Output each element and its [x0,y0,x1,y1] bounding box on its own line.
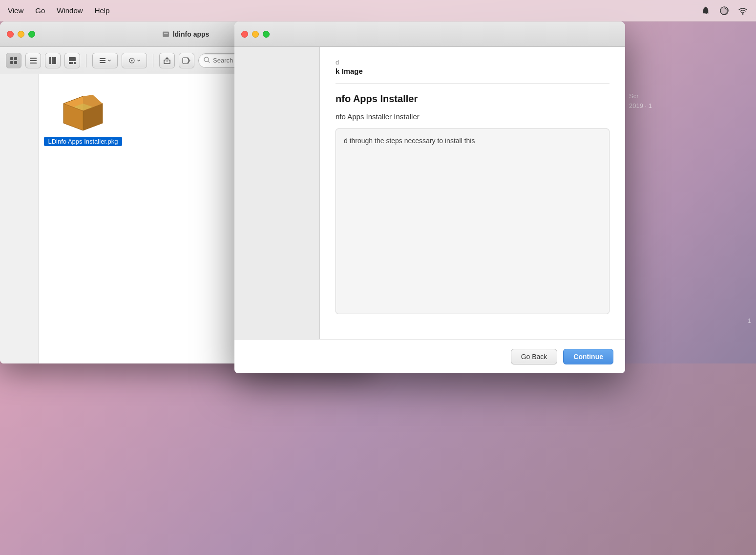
menu-help[interactable]: Help [95,6,110,15]
svg-rect-7 [14,61,17,64]
continue-button[interactable]: Continue [563,349,613,364]
svg-rect-16 [71,62,73,64]
minimize-button[interactable] [18,31,24,38]
installer-menu-item-1[interactable]: k Image [336,67,609,75]
menu-bar-left: View Go Window Help [8,6,700,15]
svg-rect-20 [100,62,105,63]
svg-rect-19 [100,60,105,61]
wifi-icon[interactable] [737,5,748,16]
installer-content: d k Image nfo Apps Installer nfo Apps In… [320,47,625,339]
svg-rect-13 [54,57,56,64]
desktop-label-extra: 1 [748,318,751,324]
list-view-button[interactable] [25,53,41,68]
file-name-label: LDinfo Apps Installer.pkg [44,137,122,146]
svg-rect-11 [49,57,51,64]
svg-rect-12 [52,57,54,64]
finder-sidebar [0,74,39,363]
antivirus-icon[interactable] [719,5,730,16]
arrange-button[interactable] [92,53,118,68]
share-button[interactable] [159,53,175,68]
file-item[interactable]: LDinfo Apps Installer.pkg [49,84,117,146]
svg-rect-18 [100,58,105,59]
menu-bar-right [700,5,748,16]
installer-steps-panel [234,47,320,339]
toolbar-separator-2 [153,54,153,67]
installer-header: nfo Apps Installer [336,93,609,105]
menu-view[interactable]: View [8,6,23,15]
installer-text-area: d through the steps necessary to install… [336,128,609,314]
tag-button[interactable] [179,53,194,68]
svg-rect-10 [30,63,37,64]
installer-close-button[interactable] [241,31,248,38]
svg-rect-3 [164,33,168,34]
installer-subtitle: nfo Apps Installer Installer [336,112,609,121]
cover-flow-button[interactable] [64,53,80,68]
maximize-button[interactable] [28,31,35,38]
svg-point-22 [131,60,132,61]
finder-title: ldinfo apps [162,30,210,38]
installer-breadcrumb: d [336,59,609,66]
installer-dialog: d k Image nfo Apps Installer nfo Apps In… [234,21,625,373]
menu-go[interactable]: Go [35,6,45,15]
window-controls [7,31,35,38]
svg-rect-2 [163,32,169,37]
go-back-button[interactable]: Go Back [511,349,558,364]
svg-rect-9 [30,60,37,61]
installer-menu-separator [336,77,609,84]
view-mode-buttons [6,53,21,68]
action-button[interactable] [122,53,147,68]
desktop-label-date: 2019 · 1 [629,102,652,109]
menu-bar: View Go Window Help [0,0,756,21]
svg-rect-6 [10,61,13,64]
installer-maximize-button[interactable] [263,31,270,38]
installer-footer: Go Back Continue [234,339,625,373]
close-button[interactable] [7,31,14,38]
svg-rect-14 [69,57,76,61]
menu-window[interactable]: Window [57,6,83,15]
installer-title-area: d k Image [336,59,609,75]
desktop-right-area: Scr 2019 · 1 1 [624,21,756,363]
svg-rect-17 [74,62,76,64]
installer-window-controls [241,31,270,38]
icon-view-button[interactable] [6,53,21,68]
svg-rect-4 [10,57,13,60]
pkg-icon [59,84,107,133]
notification-icon[interactable] [700,5,711,16]
installer-minimize-button[interactable] [252,31,259,38]
svg-rect-5 [14,57,17,60]
svg-point-1 [742,13,744,15]
svg-rect-15 [69,62,71,64]
toolbar-separator-1 [86,54,86,67]
svg-rect-8 [30,58,37,59]
search-icon [204,57,210,64]
installer-titlebar [234,21,625,47]
column-view-button[interactable] [45,53,61,68]
desktop-label-scr: Scr [629,92,639,100]
